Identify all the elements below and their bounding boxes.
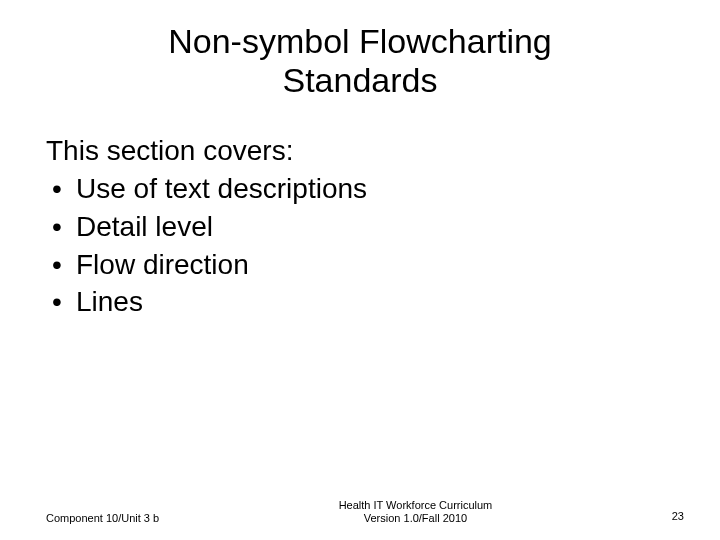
- bullet-list: Use of text descriptions Detail level Fl…: [46, 170, 720, 321]
- slide-title: Non-symbol Flowcharting Standards: [0, 0, 720, 100]
- intro-text: This section covers:: [46, 132, 720, 170]
- footer-center: Health IT Workforce Curriculum Version 1…: [159, 499, 672, 527]
- slide-footer: Component 10/Unit 3 b Health IT Workforc…: [0, 499, 720, 527]
- title-line-1: Non-symbol Flowcharting: [168, 22, 552, 60]
- title-line-2: Standards: [283, 61, 438, 99]
- list-item: Lines: [48, 283, 720, 321]
- footer-center-line-2: Version 1.0/Fall 2010: [159, 512, 672, 526]
- page-number: 23: [672, 510, 684, 526]
- list-item: Detail level: [48, 208, 720, 246]
- list-item: Use of text descriptions: [48, 170, 720, 208]
- footer-left: Component 10/Unit 3 b: [46, 512, 159, 526]
- list-item: Flow direction: [48, 246, 720, 284]
- slide-body: This section covers: Use of text descrip…: [0, 100, 720, 321]
- footer-center-line-1: Health IT Workforce Curriculum: [159, 499, 672, 513]
